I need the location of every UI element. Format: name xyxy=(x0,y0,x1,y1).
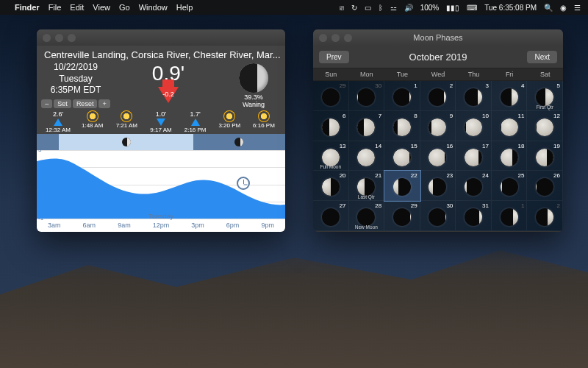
location-label[interactable]: Centreville Landing, Corsica River, Ches… xyxy=(37,46,285,62)
calendar-body: 293012345First Qtr678910111213Full Moon1… xyxy=(313,81,563,231)
forecast-time: 7:21 AM xyxy=(110,122,143,129)
moon-band xyxy=(37,134,285,150)
calendar-cell[interactable]: 2 xyxy=(420,81,456,111)
sun-icon xyxy=(259,111,269,121)
calendar-cell[interactable]: 29 xyxy=(313,81,349,111)
forecast-cell: 2.6' 12:32 AM xyxy=(41,110,75,133)
calendar-cell[interactable]: 29 xyxy=(384,201,420,231)
wifi-icon[interactable]: ⚍ xyxy=(390,4,397,12)
day-number: 8 xyxy=(414,113,417,119)
calendar-cell[interactable]: 31 xyxy=(456,201,492,231)
calendar-cell[interactable]: 1 xyxy=(492,201,528,231)
traffic-lights[interactable] xyxy=(319,34,352,42)
display-icon[interactable]: ▭ xyxy=(365,4,371,12)
calendar-cell[interactable]: 2 xyxy=(527,201,563,231)
input-icon[interactable]: ⌨ xyxy=(467,4,477,12)
weekday-label: Fri xyxy=(492,68,528,80)
calendar-cell[interactable]: 21Last Qtr xyxy=(349,171,385,201)
high-tide-icon xyxy=(191,118,200,126)
calendar-cell[interactable]: 14 xyxy=(349,141,385,171)
menu-go[interactable]: Go xyxy=(119,3,130,12)
calendar-cell[interactable]: 6 xyxy=(313,111,349,141)
forecast-cell: 3:20 PM xyxy=(212,110,246,133)
moon-phase-icon xyxy=(322,118,340,136)
calendar-cell[interactable]: 24 xyxy=(456,171,492,201)
calendar-cell[interactable]: 10 xyxy=(456,111,492,141)
moon-titlebar[interactable]: Moon Phases xyxy=(313,29,563,46)
calendar-cell[interactable]: 4 xyxy=(492,81,528,111)
moon-phase-icon xyxy=(322,149,340,166)
calendar-cell[interactable]: 17 xyxy=(456,141,492,171)
siri-icon[interactable]: ◉ xyxy=(560,4,567,12)
battery-percent[interactable]: 100% xyxy=(420,4,440,12)
battery-icon[interactable]: ▮▮▯ xyxy=(446,4,459,12)
calendar-cell[interactable]: 30 xyxy=(349,81,385,111)
phase-label: Full Moon xyxy=(313,164,348,169)
day-number: 12 xyxy=(553,113,560,119)
sun-icon xyxy=(121,111,132,121)
reset-button[interactable]: Reset xyxy=(73,99,98,108)
tide-date: 10/22/2019 xyxy=(44,62,107,74)
traffic-lights[interactable] xyxy=(43,34,76,42)
prev-button[interactable]: Prev xyxy=(319,51,349,63)
moon-phase-icon xyxy=(322,208,340,226)
calendar-cell[interactable]: 15 xyxy=(384,141,420,171)
calendar-cell[interactable]: 16 xyxy=(420,141,456,171)
next-button[interactable]: Next xyxy=(527,51,557,63)
menu-file[interactable]: File xyxy=(49,3,62,12)
day-number: 27 xyxy=(340,202,346,209)
calendar-cell[interactable]: 28New Moon xyxy=(349,201,385,231)
menu-view[interactable]: View xyxy=(93,3,110,12)
calendar-cell[interactable]: 25 xyxy=(492,171,528,201)
calendar-cell[interactable]: 7 xyxy=(349,111,385,141)
calendar-cell[interactable]: 30 xyxy=(420,201,456,231)
phase-label: Last Qtr xyxy=(349,194,384,199)
calendar-cell[interactable]: 8 xyxy=(384,111,420,141)
calendar-header: SunMonTueWedThuFriSat xyxy=(313,68,563,81)
high-tide-icon xyxy=(54,118,62,126)
calendar-cell[interactable]: 9 xyxy=(420,111,456,141)
menu-help[interactable]: Help xyxy=(176,3,193,12)
forecast-cell: 7:21 AM xyxy=(110,110,143,133)
spotlight-icon[interactable]: 🔍 xyxy=(544,4,553,12)
tide-titlebar[interactable] xyxy=(37,29,285,46)
calendar-cell[interactable]: 23 xyxy=(420,171,456,201)
calendar-cell[interactable]: 22 xyxy=(384,171,420,201)
minus-button[interactable]: – xyxy=(41,99,52,108)
moon-phase-icon xyxy=(465,178,482,196)
moon-phase-icon xyxy=(357,88,375,106)
calendar-cell[interactable]: 27 xyxy=(313,201,349,231)
chart-xlabels: 3am6am9am12pm3pm6pm9pm xyxy=(37,219,285,232)
menu-edit[interactable]: Edit xyxy=(70,3,84,12)
clock[interactable]: Tue 6:35:08 PM xyxy=(484,4,537,12)
notification-icon[interactable]: ☰ xyxy=(574,4,581,12)
forecast-time: 12:32 AM xyxy=(41,127,75,133)
app-name[interactable]: Finder xyxy=(15,3,40,12)
moon-block: 39.3% Waning xyxy=(229,62,278,109)
calendar-cell[interactable]: 12 xyxy=(527,111,563,141)
moon-phase-icon xyxy=(322,178,340,196)
calendar-cell[interactable]: 19 xyxy=(527,141,563,171)
calendar-cell[interactable]: 3 xyxy=(456,81,492,111)
calendar-cell[interactable]: 26 xyxy=(527,171,563,201)
calendar-cell[interactable]: 20 xyxy=(313,171,349,201)
set-button[interactable]: Set xyxy=(54,99,71,108)
time-machine-icon[interactable]: ↻ xyxy=(351,4,357,12)
moon-state: Waning xyxy=(229,102,278,109)
calendar-cell[interactable]: 5First Qtr xyxy=(527,81,563,111)
forecast-cell: 1.0' 9:17 AM xyxy=(144,110,178,133)
airplay-icon[interactable]: ⎚ xyxy=(340,4,344,12)
sun-icon xyxy=(87,111,98,121)
day-number: 22 xyxy=(411,172,417,179)
calendar-cell[interactable]: 11 xyxy=(492,111,528,141)
volume-icon[interactable]: 🔊 xyxy=(404,4,413,12)
calendar-cell[interactable]: 13Full Moon xyxy=(313,141,349,171)
moon-phase-icon xyxy=(465,118,482,136)
calendar-cell[interactable]: 18 xyxy=(492,141,528,171)
tide-chart[interactable]: 3'2'1'0'-1' Tuesday 3am6am9am12pm3pm6pm9… xyxy=(37,134,285,232)
day-number: 26 xyxy=(553,172,560,179)
calendar-cell[interactable]: 1 xyxy=(384,81,420,111)
moon-phase-icon xyxy=(429,118,446,136)
bluetooth-icon[interactable]: ᛒ xyxy=(379,4,383,12)
menu-window[interactable]: Window xyxy=(139,3,168,12)
